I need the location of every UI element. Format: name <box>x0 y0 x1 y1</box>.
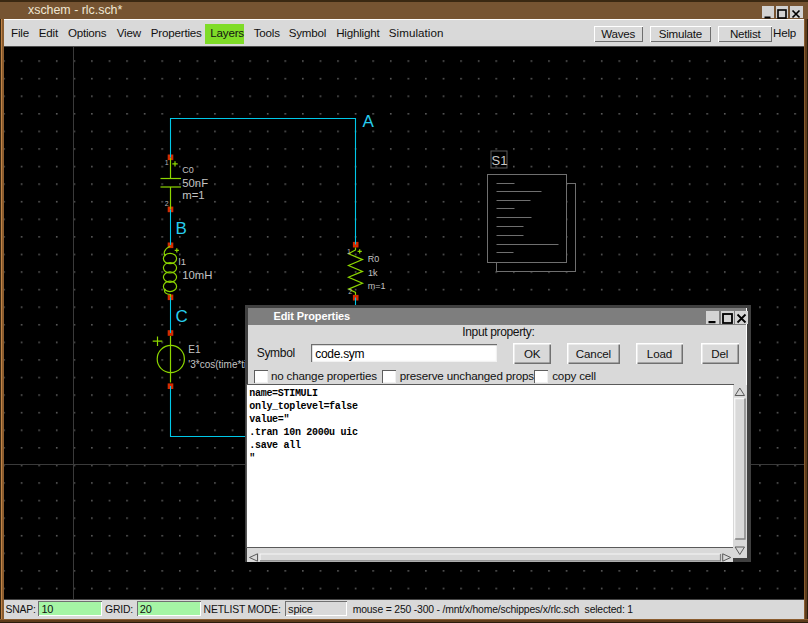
svg-text:50nF: 50nF <box>182 177 208 189</box>
svg-text:A: A <box>363 111 375 130</box>
svg-text:B: B <box>176 219 187 238</box>
svg-text:2: 2 <box>348 287 352 294</box>
svg-text:1k: 1k <box>368 267 378 277</box>
svg-text:m=1: m=1 <box>368 281 386 291</box>
svg-text:E1: E1 <box>188 343 201 354</box>
svg-text:m=1: m=1 <box>182 189 204 201</box>
svg-text:1: 1 <box>165 159 169 166</box>
svg-text:C: C <box>176 307 188 326</box>
svg-text:10mH: 10mH <box>182 269 212 281</box>
svg-text:C0: C0 <box>182 165 194 175</box>
svg-text:S1: S1 <box>492 152 508 167</box>
svg-text:R0: R0 <box>368 253 380 263</box>
svg-text:'3*cos(time*ti: '3*cos(time*ti <box>188 358 246 369</box>
svg-text:1: 1 <box>347 248 351 255</box>
svg-text:l1: l1 <box>179 255 186 266</box>
svg-text:2: 2 <box>165 199 169 206</box>
